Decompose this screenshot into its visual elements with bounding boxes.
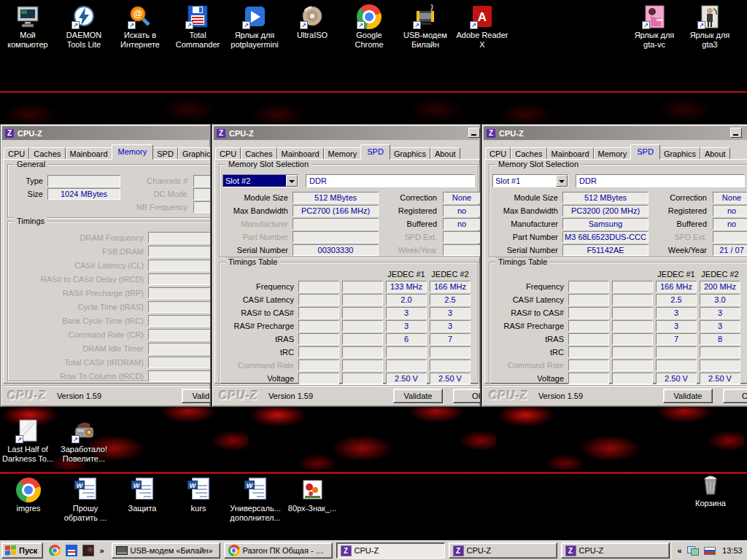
minimize-button[interactable] — [730, 128, 742, 138]
window-title: CPU-Z — [229, 129, 254, 138]
tab-graphics[interactable]: Graphics — [659, 147, 700, 160]
quicklaunch-overflow-chevron[interactable]: » — [99, 546, 104, 555]
cpuz-app-icon: Z — [4, 128, 15, 139]
desktop-icon-recycle-bin[interactable]: Корзина — [683, 472, 738, 508]
tab-about[interactable]: About — [700, 147, 730, 160]
week-year-field: 21 / 07 — [713, 244, 747, 256]
version-text: Version 1.59 — [57, 392, 101, 400]
timing-field — [148, 273, 211, 285]
desktop-icon-total-commander[interactable]: ↗ Total Commander — [170, 4, 225, 50]
slot-select-dropdown[interactable]: Slot #2 — [222, 174, 298, 187]
desktop-icon-gta-vc[interactable]: ↗ Ярлык для gta-vc — [627, 4, 682, 50]
type-field — [47, 175, 120, 187]
desktop-icon-google-chrome[interactable]: ↗ Google Chrome — [341, 4, 397, 50]
tab-mainboard[interactable]: Mainboard — [547, 147, 594, 160]
desktop-icon-daemon-tools[interactable]: ↗ DAEMON Tools Lite — [56, 4, 112, 50]
channels-field — [193, 175, 211, 187]
chevron-down-icon[interactable] — [286, 175, 298, 187]
desktop-icon-usb-modem[interactable]: ↗ USB-модем Билайн — [398, 4, 453, 50]
version-text: Version 1.59 — [268, 392, 313, 400]
dc-mode-field — [193, 188, 211, 200]
taskbar-button-browser[interactable]: Разгон ПК Общая - Go... — [224, 542, 333, 559]
desktop-icon-proshu-obratit[interactable]: W Прошу обратить ... — [58, 478, 113, 523]
correction-field: None — [713, 192, 747, 203]
desktop-icon-zashchita[interactable]: W Защита — [115, 478, 170, 513]
memory-slot-selection-group: Memory Slot Selection Slot #2 DDR Module… — [219, 164, 479, 257]
correction-field: None — [443, 192, 481, 203]
desktop-icon-last-half-of-darkness[interactable]: ↗ Last Half of Darkness To... — [0, 419, 55, 464]
tab-memory[interactable]: Memory — [112, 144, 154, 160]
tab-cpu[interactable]: CPU — [4, 147, 29, 160]
taskbar-button-cpuz-2[interactable]: Z CPU-Z — [449, 542, 557, 559]
wallpaper-red-line — [0, 91, 747, 93]
taskbar-button-cpuz-3[interactable]: Z CPU-Z — [561, 542, 670, 559]
start-button[interactable]: Пуск — [1, 542, 43, 559]
word-document-icon: W — [186, 478, 211, 502]
desktop-icon-universalnyi[interactable]: W Универсаль... дополнител... — [228, 478, 283, 523]
shortcut-arrow-icon: ↗ — [242, 21, 250, 29]
cpuz-app-icon: Z — [341, 545, 352, 556]
minimize-button[interactable] — [468, 128, 480, 138]
timing-field — [148, 370, 211, 382]
validate-button[interactable]: Validate — [182, 389, 211, 403]
spd-tab-page: Memory Slot Selection Slot #2 DDR Module… — [214, 159, 480, 384]
tab-cpu[interactable]: CPU — [485, 147, 511, 160]
tray-collapse-chevron[interactable]: « — [678, 546, 682, 555]
manufacturer-field — [293, 218, 379, 230]
tab-caches[interactable]: Caches — [241, 147, 276, 160]
tab-cpu[interactable]: CPU — [215, 147, 241, 160]
chevron-down-icon[interactable] — [556, 175, 568, 187]
quicklaunch-total-commander-icon[interactable] — [66, 545, 77, 556]
titlebar[interactable]: Z CPU-Z — [2, 126, 211, 140]
timing-field — [148, 260, 211, 271]
tab-about[interactable]: About — [430, 147, 460, 160]
desktop-icon-gta3[interactable]: ↗ Ярлык для gta3 — [682, 4, 738, 50]
ok-button[interactable]: OK — [723, 389, 747, 403]
tab-graphics[interactable]: Graphics — [178, 147, 211, 160]
desktop-icon-imgres[interactable]: imgres — [1, 478, 56, 513]
tab-spd[interactable]: SPD — [360, 144, 390, 160]
desktop-icon-kurs[interactable]: W kurs — [171, 478, 226, 513]
tab-graphics[interactable]: Graphics — [390, 147, 430, 160]
desktop-icon-search-internet[interactable]: @ ↗ Искать в Интернете — [112, 4, 168, 50]
word-document-icon: W — [243, 478, 268, 502]
tab-mainboard[interactable]: Mainboard — [277, 147, 324, 160]
cpuz-window-memory: Z CPU-Z CPU Caches Mainboard Memory SPD … — [0, 124, 211, 407]
quicklaunch-chrome-icon[interactable] — [49, 545, 61, 556]
recycle-bin-icon — [698, 472, 723, 497]
desktop-icon-zarabotalo[interactable]: ↗ Заработало! Повелите... — [56, 419, 112, 464]
nb-frequency-label: NB Frequency — [125, 203, 187, 211]
desktop-icon-80px-znak[interactable]: 80px-Знак_... — [285, 478, 340, 513]
manufacturer-field: Samsung — [562, 218, 649, 230]
max-bandwidth-field: PC3200 (200 MHz) — [562, 205, 649, 217]
tab-mainboard[interactable]: Mainboard — [66, 147, 112, 160]
desktop-icon-my-computer[interactable]: Мой компьютер — [0, 4, 55, 50]
tab-memory[interactable]: Memory — [324, 147, 362, 160]
taskbar-button-usb-modem[interactable]: USB-модем «Билайн» — [112, 542, 220, 559]
validate-button[interactable]: Validate — [393, 389, 443, 403]
memory-type-field: DDR — [306, 174, 475, 187]
titlebar[interactable]: Z CPU-Z — [214, 126, 481, 140]
gta3-picture-icon: ↗ — [697, 4, 722, 29]
tab-spd[interactable]: SPD — [152, 147, 178, 160]
size-field: 1024 MBytes — [47, 188, 120, 200]
desktop-icon-potplayer[interactable]: ↗ Ярлык для potplayermini — [227, 4, 282, 50]
module-size-field: 512 MBytes — [562, 192, 649, 203]
titlebar[interactable]: Z CPU-Z — [484, 126, 747, 140]
tab-caches[interactable]: Caches — [511, 147, 546, 160]
tab-memory[interactable]: Memory — [594, 147, 632, 160]
desktop-icon-adobe-reader[interactable]: A ↗ Adobe Reader X — [454, 4, 510, 50]
ok-button[interactable]: OK — [453, 389, 481, 403]
language-indicator-ru-flag[interactable] — [704, 547, 716, 555]
desktop-icon-ultraiso[interactable]: ↗ UltraISO — [285, 4, 340, 40]
slot-select-dropdown[interactable]: Slot #1 — [492, 174, 568, 187]
taskbar-button-cpuz-1[interactable]: Z CPU-Z — [336, 542, 445, 559]
my-computer-icon — [15, 4, 40, 29]
memory-slot-selection-group: Memory Slot Selection Slot #1 DDR Module… — [489, 164, 747, 257]
quicklaunch-image-icon[interactable] — [82, 545, 94, 556]
tab-spd[interactable]: SPD — [630, 144, 660, 160]
network-icon[interactable] — [687, 546, 699, 556]
validate-button[interactable]: Validate — [663, 389, 713, 403]
svg-text:A: A — [478, 10, 487, 24]
tab-caches[interactable]: Caches — [29, 147, 65, 160]
